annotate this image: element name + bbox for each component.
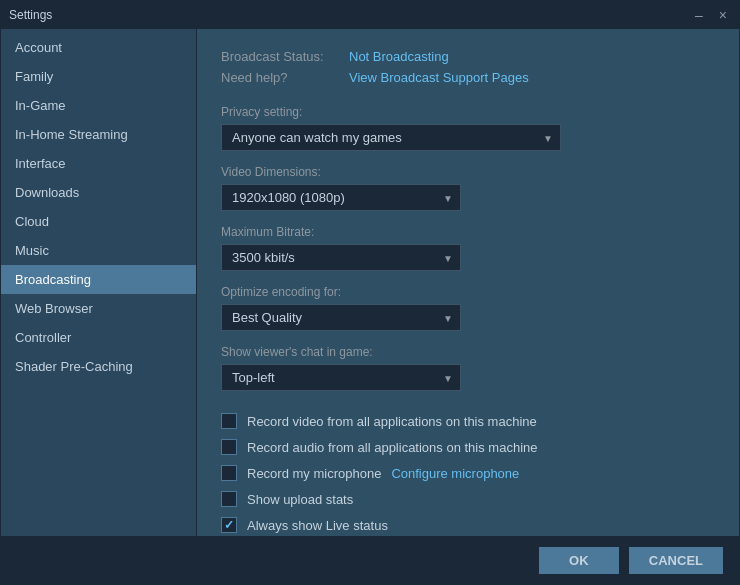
checkboxes-section: Record video from all applications on th… (221, 413, 715, 536)
broadcast-status-label: Broadcast Status: (221, 49, 341, 64)
sidebar-item-downloads[interactable]: Downloads (1, 178, 196, 207)
maximum-bitrate-wrapper: 3500 kbit/s2000 kbit/s1000 kbit/s ▼ (221, 244, 461, 271)
cancel-button[interactable]: CANCEL (629, 547, 723, 574)
titlebar-controls: – × (691, 7, 731, 23)
main-panel: Broadcast Status: Not Broadcasting Need … (197, 29, 739, 536)
broadcast-status-value[interactable]: Not Broadcasting (349, 49, 449, 64)
sidebar-item-in-game[interactable]: In-Game (1, 91, 196, 120)
maximum-bitrate-section: Maximum Bitrate: 3500 kbit/s2000 kbit/s1… (221, 225, 715, 271)
checkbox-row-show-upload-stats: Show upload stats (221, 491, 715, 507)
footer: OK CANCEL (1, 536, 739, 584)
sidebar-item-cloud[interactable]: Cloud (1, 207, 196, 236)
sidebar-item-in-home-streaming[interactable]: In-Home Streaming (1, 120, 196, 149)
sidebar-item-broadcasting[interactable]: Broadcasting (1, 265, 196, 294)
checkbox-row-record-audio: Record audio from all applications on th… (221, 439, 715, 455)
checkbox-record-audio[interactable] (221, 439, 237, 455)
show-chat-select[interactable]: Top-leftTop-rightBottom-leftBottom-right… (221, 364, 461, 391)
ok-button[interactable]: OK (539, 547, 619, 574)
maximum-bitrate-label: Maximum Bitrate: (221, 225, 715, 239)
broadcast-header: Broadcast Status: Not Broadcasting Need … (221, 49, 715, 85)
checkbox-record-video[interactable] (221, 413, 237, 429)
content-area: Account Family In-Game In-Home Streaming… (1, 29, 739, 536)
sidebar-item-interface[interactable]: Interface (1, 149, 196, 178)
optimize-encoding-section: Optimize encoding for: Best QualityBest … (221, 285, 715, 331)
video-dimensions-section: Video Dimensions: 1920x1080 (1080p)1280x… (221, 165, 715, 211)
sidebar: Account Family In-Game In-Home Streaming… (1, 29, 197, 536)
sidebar-item-family[interactable]: Family (1, 62, 196, 91)
need-help-label: Need help? (221, 70, 341, 85)
privacy-setting-section: Privacy setting: Anyone can watch my gam… (221, 105, 715, 151)
sidebar-item-music[interactable]: Music (1, 236, 196, 265)
maximum-bitrate-select[interactable]: 3500 kbit/s2000 kbit/s1000 kbit/s (221, 244, 461, 271)
checkbox-label-show-upload-stats: Show upload stats (247, 492, 353, 507)
minimize-button[interactable]: – (691, 7, 707, 23)
checkbox-label-record-video: Record video from all applications on th… (247, 414, 537, 429)
video-dimensions-label: Video Dimensions: (221, 165, 715, 179)
broadcast-status-row: Broadcast Status: Not Broadcasting (221, 49, 715, 64)
sidebar-item-shader-pre-caching[interactable]: Shader Pre-Caching (1, 352, 196, 381)
checkbox-row-record-video: Record video from all applications on th… (221, 413, 715, 429)
checkbox-row-record-mic: Record my microphone Configure microphon… (221, 465, 715, 481)
checkbox-always-show-live[interactable] (221, 517, 237, 533)
optimize-encoding-label: Optimize encoding for: (221, 285, 715, 299)
sidebar-item-account[interactable]: Account (1, 33, 196, 62)
video-dimensions-select[interactable]: 1920x1080 (1080p)1280x720 (720p)854x480 … (221, 184, 461, 211)
show-chat-label: Show viewer's chat in game: (221, 345, 715, 359)
titlebar: Settings – × (1, 1, 739, 29)
checkbox-label-record-audio: Record audio from all applications on th… (247, 440, 538, 455)
settings-window: Settings – × Account Family In-Game In-H… (0, 0, 740, 585)
window-title: Settings (9, 8, 52, 22)
checkbox-row-always-show-live: Always show Live status (221, 517, 715, 533)
view-support-link[interactable]: View Broadcast Support Pages (349, 70, 529, 85)
checkbox-label-always-show-live: Always show Live status (247, 518, 388, 533)
video-dimensions-wrapper: 1920x1080 (1080p)1280x720 (720p)854x480 … (221, 184, 461, 211)
sidebar-item-web-browser[interactable]: Web Browser (1, 294, 196, 323)
optimize-encoding-wrapper: Best QualityBest Performance ▼ (221, 304, 461, 331)
show-chat-wrapper: Top-leftTop-rightBottom-leftBottom-right… (221, 364, 461, 391)
need-help-row: Need help? View Broadcast Support Pages (221, 70, 715, 85)
checkbox-record-mic[interactable] (221, 465, 237, 481)
sidebar-item-controller[interactable]: Controller (1, 323, 196, 352)
optimize-encoding-select[interactable]: Best QualityBest Performance (221, 304, 461, 331)
checkbox-show-upload-stats[interactable] (221, 491, 237, 507)
checkbox-label-record-mic: Record my microphone (247, 466, 381, 481)
configure-microphone-link[interactable]: Configure microphone (391, 466, 519, 481)
close-button[interactable]: × (715, 7, 731, 23)
privacy-setting-wrapper: Anyone can watch my gamesFriends can wat… (221, 124, 561, 151)
privacy-setting-label: Privacy setting: (221, 105, 715, 119)
show-chat-section: Show viewer's chat in game: Top-leftTop-… (221, 345, 715, 391)
privacy-setting-select[interactable]: Anyone can watch my gamesFriends can wat… (221, 124, 561, 151)
